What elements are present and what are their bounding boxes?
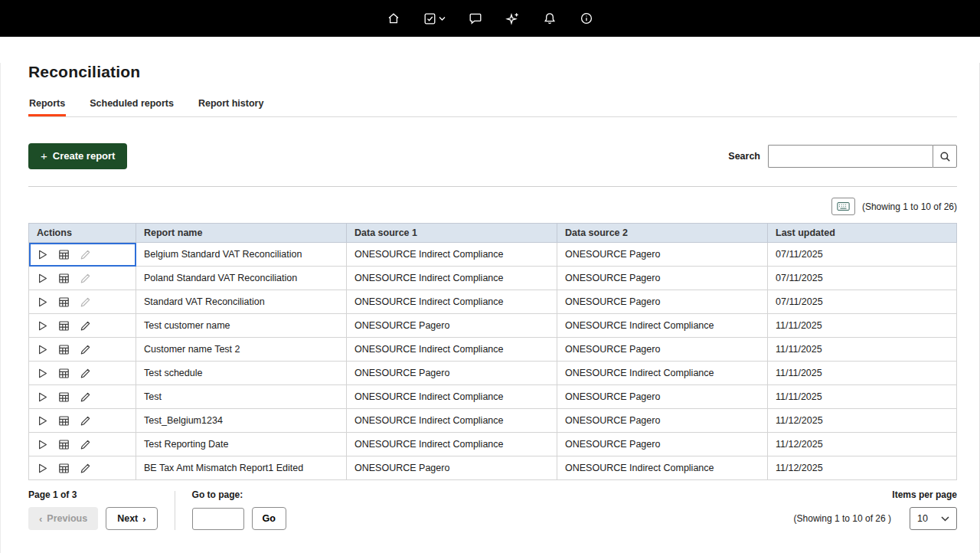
run-report-button[interactable]: [37, 320, 48, 332]
toolbar: + Create report Search: [28, 143, 957, 169]
column-header-data-source-1[interactable]: Data source 1: [347, 224, 557, 243]
play-icon: [37, 439, 48, 450]
row-actions: [29, 338, 136, 362]
run-report-button[interactable]: [37, 415, 48, 427]
view-results-button[interactable]: [58, 415, 70, 427]
run-report-button[interactable]: [37, 249, 48, 260]
column-header-report-name[interactable]: Report name: [136, 224, 347, 243]
chat-icon[interactable]: [467, 10, 484, 27]
play-icon: [37, 296, 48, 308]
run-report-button[interactable]: [37, 296, 48, 308]
home-icon[interactable]: [385, 10, 402, 27]
report-name-cell: Test_Belgium1234: [136, 409, 347, 433]
view-results-button[interactable]: [58, 249, 70, 260]
report-name-cell: Test Reporting Date: [136, 433, 347, 456]
view-results-button[interactable]: [58, 273, 70, 284]
report-name-cell: Standard VAT Reconciliation: [136, 290, 347, 314]
table-row: Test customer name ONESOURCE Pagero ONES…: [29, 314, 957, 338]
edit-report-button[interactable]: [80, 344, 91, 355]
search-group: Search: [728, 145, 957, 168]
view-results-button[interactable]: [58, 439, 70, 450]
tab-reports[interactable]: Reports: [28, 97, 66, 116]
run-report-button[interactable]: [37, 391, 48, 403]
view-results-button[interactable]: [58, 463, 70, 474]
tasks-dropdown-icon[interactable]: [422, 11, 447, 27]
table-meta: (Showing 1 to 10 of 26): [28, 198, 957, 215]
edit-report-button[interactable]: [80, 273, 91, 284]
column-header-data-source-2[interactable]: Data source 2: [557, 224, 768, 243]
column-header-actions[interactable]: Actions: [29, 224, 136, 243]
view-results-button[interactable]: [58, 320, 70, 332]
pagination-divider: [175, 491, 175, 530]
go-to-page-group: Go to page: Go: [192, 489, 286, 530]
view-results-button[interactable]: [58, 344, 70, 355]
search-label: Search: [728, 151, 760, 162]
run-report-button[interactable]: [37, 344, 48, 355]
view-results-button[interactable]: [58, 296, 70, 308]
report-name-cell: Customer name Test 2: [136, 338, 347, 362]
table-header: Actions Report name Data source 1 Data s…: [29, 224, 957, 243]
data-source-1-cell: ONESOURCE Pagero: [347, 362, 557, 385]
edit-report-button[interactable]: [80, 463, 91, 474]
items-per-page-select[interactable]: 10: [910, 507, 957, 530]
play-icon: [37, 463, 48, 474]
column-header-last-updated[interactable]: Last updated: [768, 224, 957, 243]
last-updated-cell: 11/11/2025: [768, 314, 957, 338]
tab-scheduled-reports[interactable]: Scheduled reports: [89, 97, 175, 116]
notifications-bell-icon[interactable]: [541, 10, 558, 27]
last-updated-cell: 07/11/2025: [768, 243, 957, 267]
data-source-1-cell: ONESOURCE Indirect Compliance: [347, 409, 557, 433]
info-icon[interactable]: [578, 10, 595, 27]
tab-report-history[interactable]: Report history: [198, 97, 264, 116]
spreadsheet-icon: [58, 249, 70, 260]
ai-sparkle-icon[interactable]: [504, 10, 521, 28]
edit-report-button[interactable]: [80, 439, 91, 450]
create-report-button[interactable]: + Create report: [28, 143, 127, 169]
go-to-page-input[interactable]: [192, 508, 244, 530]
run-report-button[interactable]: [37, 273, 48, 284]
spreadsheet-icon: [58, 368, 70, 379]
previous-label: Previous: [47, 513, 87, 524]
spreadsheet-icon: [58, 320, 70, 332]
previous-page-button[interactable]: ‹ Previous: [28, 507, 98, 530]
last-updated-cell: 07/11/2025: [768, 267, 957, 290]
play-icon: [37, 391, 48, 403]
row-actions: [29, 456, 136, 480]
pencil-icon: [80, 391, 91, 403]
data-source-2-cell: ONESOURCE Pagero: [557, 243, 768, 267]
next-page-button[interactable]: Next ›: [106, 507, 157, 530]
run-report-button[interactable]: [37, 439, 48, 450]
row-actions: [29, 385, 136, 409]
edit-report-button[interactable]: [80, 249, 91, 260]
data-source-2-cell: ONESOURCE Indirect Compliance: [557, 456, 768, 480]
edit-report-button[interactable]: [80, 415, 91, 427]
play-icon: [37, 273, 48, 284]
edit-report-button[interactable]: [80, 368, 91, 379]
run-report-button[interactable]: [37, 368, 48, 379]
column-settings-button[interactable]: [831, 198, 855, 215]
search-button[interactable]: [933, 145, 957, 168]
page-indicator: Page 1 of 3: [28, 489, 158, 500]
view-results-button[interactable]: [58, 391, 70, 403]
items-per-page-label: Items per page: [892, 489, 957, 500]
table-body: Belgium Standard VAT Reconciliation ONES…: [29, 243, 957, 480]
pencil-icon: [80, 249, 91, 260]
view-results-button[interactable]: [58, 368, 70, 379]
last-updated-cell: 11/12/2025: [768, 409, 957, 433]
data-source-1-cell: ONESOURCE Pagero: [347, 314, 557, 338]
run-report-button[interactable]: [37, 463, 48, 474]
pagination-left: Page 1 of 3 ‹ Previous Next ›: [28, 489, 158, 530]
data-source-1-cell: ONESOURCE Indirect Compliance: [347, 290, 557, 314]
pencil-icon: [80, 368, 91, 379]
edit-report-button[interactable]: [80, 391, 91, 403]
page-title: Reconciliation: [28, 63, 957, 81]
go-button[interactable]: Go: [252, 507, 286, 530]
data-source-1-cell: ONESOURCE Pagero: [347, 456, 557, 480]
report-name-cell: Test schedule: [136, 362, 347, 385]
report-name-cell: Test customer name: [136, 314, 347, 338]
search-input[interactable]: [768, 145, 933, 168]
table-row: Test_Belgium1234 ONESOURCE Indirect Comp…: [29, 409, 957, 433]
edit-report-button[interactable]: [80, 296, 91, 308]
play-icon: [37, 249, 48, 260]
edit-report-button[interactable]: [80, 320, 91, 332]
